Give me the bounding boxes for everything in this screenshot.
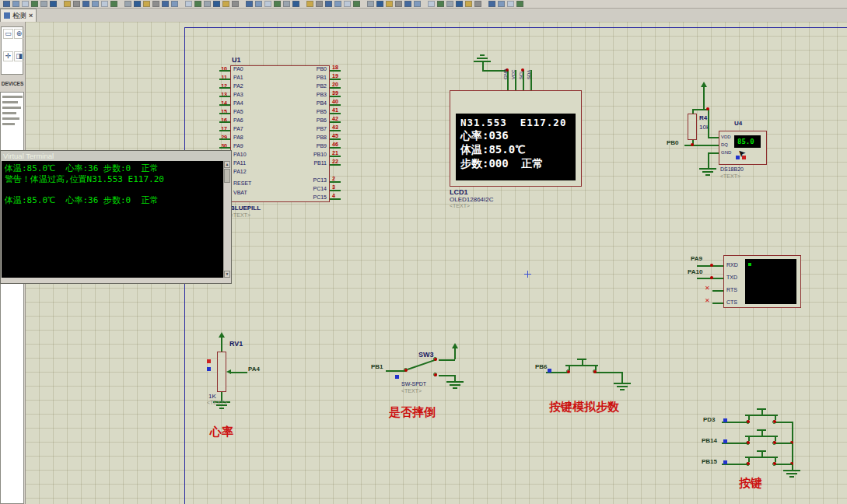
wire	[231, 372, 247, 373]
mcu-pin-number: 21	[332, 150, 338, 156]
terminal-output: 体温:85.0℃ 心率:36 步数:0 正常 警告！体温过高,位置N31.553…	[2, 161, 224, 278]
device-list-item[interactable]	[2, 107, 21, 109]
serial-pin-name: TXD	[726, 275, 737, 280]
oled-line-temp: 体温:85.0℃	[460, 143, 525, 157]
net-label-pb0: PB0	[667, 139, 679, 146]
terminal-title-bar[interactable]: Virtual Terminal	[1, 151, 231, 161]
mcu-pin-name: PC13	[292, 177, 327, 183]
caption-heart-rate: 心率	[210, 425, 233, 439]
device-list-item[interactable]	[2, 101, 18, 103]
pot-text-tag: <TEXT>	[207, 400, 227, 405]
selection-tool-icon[interactable]: ▭	[3, 29, 13, 39]
serial-pin-name: RXD	[726, 262, 738, 268]
oled-text-tag: <TEXT>	[450, 203, 470, 208]
mcu-pin-stub	[330, 156, 341, 157]
mcu-pin-number: 19	[332, 73, 338, 79]
push-button-actuator[interactable]	[761, 451, 763, 457]
wire	[439, 375, 455, 376]
device-list-item[interactable]	[2, 112, 16, 114]
pot-decrease-button[interactable]	[207, 367, 211, 371]
wire	[221, 337, 222, 352]
wire	[454, 348, 456, 359]
wire	[582, 359, 583, 365]
resistor-r4[interactable]	[688, 114, 697, 140]
oled-line-steps: 步数:000 正常	[460, 157, 544, 171]
mcu-pin-number: 22	[332, 159, 338, 164]
push-button-actuator[interactable]	[761, 430, 763, 436]
wire	[745, 457, 778, 458]
wire	[708, 152, 719, 154]
switch-lever[interactable]	[408, 359, 436, 370]
wire	[712, 290, 723, 292]
pot-value: 1K	[208, 393, 216, 400]
junction-dot	[710, 264, 713, 267]
mcu-pin-stub	[330, 121, 341, 123]
mcu-pin-name: PA3	[233, 92, 243, 97]
mcu-pin-name: PA2	[233, 83, 243, 89]
mcu-pin-stub	[330, 147, 341, 149]
scroll-up-icon[interactable]: ▲	[224, 161, 230, 168]
mcu-pin-stub	[330, 104, 341, 106]
junction-dot	[710, 276, 713, 279]
mcu-pin-number: 40	[332, 99, 338, 104]
virtual-terminal-window: Virtual Terminal 体温:85.0℃ 心率:36 步数:0 正常 …	[0, 150, 232, 284]
mcu-pin-number: 41	[332, 107, 338, 113]
mcu-pin-stub	[330, 130, 341, 131]
junction-dot	[747, 462, 750, 465]
oled-ref: LCD1	[450, 188, 468, 196]
mcu-pin-stub	[219, 87, 230, 89]
mcu-pin-stub	[330, 87, 341, 89]
mcu-pin-stub	[219, 104, 230, 106]
mcu-pin-number: 39	[332, 90, 338, 96]
tool-palette: ▭ ⊕ ✛ ◨	[1, 26, 23, 75]
push-button-cap[interactable]	[757, 429, 766, 431]
push-button-cap[interactable]	[757, 450, 766, 452]
sensor-ref: U4	[734, 120, 742, 127]
wire	[386, 370, 406, 372]
mcu-pin-name: PA11	[233, 160, 246, 166]
mcu-pin-name: PC14	[292, 186, 327, 191]
device-list-item[interactable]	[2, 117, 19, 120]
pot-increase-button[interactable]	[207, 359, 211, 363]
mcu-pin-name: RESET	[233, 180, 251, 186]
logic-state-indicator	[723, 418, 727, 422]
mcu-pin-number: 43	[332, 124, 338, 130]
pot-ref: RV1	[229, 340, 243, 348]
switch-text-tag: <TEXT>	[401, 388, 422, 394]
oled-pin-label: SCL	[519, 70, 523, 79]
sensor-pin-name: GND	[721, 150, 731, 155]
pot-rv1[interactable]	[217, 352, 226, 392]
junction-dot	[706, 107, 709, 110]
device-list-item[interactable]	[2, 96, 23, 98]
mcu-pin-number: 42	[332, 116, 338, 121]
mcu-pin-stub	[330, 138, 341, 140]
component-tool-icon[interactable]: ⊕	[14, 29, 24, 39]
wire	[565, 365, 598, 366]
mcu-pin-stub	[219, 79, 230, 80]
mcu-ref: U1	[232, 56, 241, 64]
scrollbar-thumb[interactable]	[224, 169, 230, 183]
device-list-item[interactable]	[2, 123, 15, 125]
label-tool-icon[interactable]: ◨	[14, 51, 24, 61]
mcu-pin-name: PB2	[292, 83, 327, 89]
push-button-actuator[interactable]	[761, 409, 763, 415]
serial-terminal-cursor	[748, 263, 751, 266]
logic-state-indicator	[723, 460, 727, 464]
junction-tool-icon[interactable]: ✛	[3, 51, 13, 61]
oled-pin-label: SDA	[527, 70, 531, 79]
net-label-pa9: PA9	[691, 255, 702, 262]
mcu-pin-stub	[219, 147, 230, 149]
sensor-part: DS18B20	[720, 166, 744, 172]
mcu-pin-number: 45	[332, 133, 338, 138]
wire	[621, 372, 623, 383]
scroll-down-icon[interactable]: ▼	[224, 271, 230, 278]
mcu-pin-name: PB4	[292, 100, 327, 106]
terminal-title: Virtual Terminal	[3, 152, 54, 160]
mcu-pin-number: 20	[332, 82, 338, 87]
mcu-pin-name: PB1	[292, 75, 327, 80]
net-label-pb1: PB1	[371, 363, 383, 370]
push-button-cap[interactable]	[757, 408, 766, 410]
oled-pin-label: VCC	[511, 69, 516, 79]
junction-dot	[404, 369, 408, 372]
terminal-scrollbar[interactable]: ▲ ▼	[223, 161, 230, 278]
